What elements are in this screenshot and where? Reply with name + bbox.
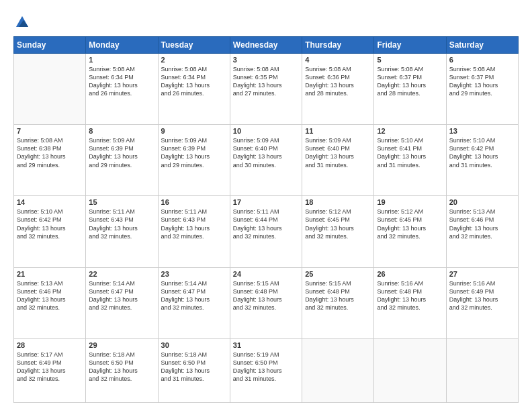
- day-number: 26: [377, 270, 443, 278]
- day-number: 1: [89, 56, 154, 64]
- calendar-cell: 17Sunrise: 5:11 AMSunset: 6:44 PMDayligh…: [230, 196, 302, 267]
- day-number: 28: [17, 341, 83, 349]
- day-number: 25: [305, 270, 371, 278]
- day-number: 3: [233, 56, 299, 64]
- weekday-header-sunday: Sunday: [14, 37, 86, 54]
- calendar-cell: 30Sunrise: 5:18 AMSunset: 6:50 PMDayligh…: [158, 338, 230, 402]
- calendar-cell: 28Sunrise: 5:17 AMSunset: 6:49 PMDayligh…: [14, 338, 86, 402]
- day-number: 12: [377, 127, 443, 135]
- day-number: 10: [233, 127, 299, 135]
- calendar-cell: 16Sunrise: 5:11 AMSunset: 6:43 PMDayligh…: [158, 196, 230, 267]
- day-number: 31: [233, 341, 299, 349]
- day-number: 27: [449, 270, 515, 278]
- day-number: 22: [89, 270, 154, 278]
- day-number: 11: [305, 127, 371, 135]
- weekday-header-saturday: Saturday: [446, 37, 518, 54]
- calendar-cell: 18Sunrise: 5:12 AMSunset: 6:45 PMDayligh…: [302, 196, 374, 267]
- calendar-cell: 5Sunrise: 5:08 AMSunset: 6:37 PMDaylight…: [374, 54, 446, 125]
- cell-info: Sunrise: 5:09 AMSunset: 6:40 PMDaylight:…: [233, 136, 299, 169]
- calendar-cell: 21Sunrise: 5:13 AMSunset: 6:46 PMDayligh…: [14, 267, 86, 338]
- calendar-cell: 13Sunrise: 5:10 AMSunset: 6:42 PMDayligh…: [446, 125, 518, 196]
- cell-info: Sunrise: 5:15 AMSunset: 6:48 PMDaylight:…: [233, 279, 299, 312]
- day-number: 7: [17, 127, 83, 135]
- weekday-header-wednesday: Wednesday: [230, 37, 302, 54]
- day-number: 18: [305, 198, 371, 206]
- calendar-cell: 20Sunrise: 5:13 AMSunset: 6:46 PMDayligh…: [446, 196, 518, 267]
- cell-info: Sunrise: 5:16 AMSunset: 6:48 PMDaylight:…: [377, 279, 443, 312]
- cell-info: Sunrise: 5:14 AMSunset: 6:47 PMDaylight:…: [161, 279, 227, 312]
- day-number: 21: [17, 270, 83, 278]
- calendar-cell: 31Sunrise: 5:19 AMSunset: 6:50 PMDayligh…: [230, 338, 302, 402]
- cell-info: Sunrise: 5:15 AMSunset: 6:48 PMDaylight:…: [305, 279, 371, 312]
- weekday-header-friday: Friday: [374, 37, 446, 54]
- cell-info: Sunrise: 5:10 AMSunset: 6:42 PMDaylight:…: [17, 208, 83, 240]
- cell-info: Sunrise: 5:08 AMSunset: 6:36 PMDaylight:…: [305, 65, 371, 98]
- calendar-cell: 24Sunrise: 5:15 AMSunset: 6:48 PMDayligh…: [230, 267, 302, 338]
- calendar-table: SundayMondayTuesdayWednesdayThursdayFrid…: [13, 36, 519, 403]
- calendar-cell: 11Sunrise: 5:09 AMSunset: 6:40 PMDayligh…: [302, 125, 374, 196]
- calendar-cell: [302, 338, 374, 402]
- cell-info: Sunrise: 5:09 AMSunset: 6:39 PMDaylight:…: [161, 136, 227, 169]
- day-number: 14: [17, 198, 83, 206]
- day-number: 2: [161, 56, 227, 64]
- day-number: 13: [449, 127, 515, 135]
- cell-info: Sunrise: 5:11 AMSunset: 6:44 PMDaylight:…: [233, 208, 299, 240]
- day-number: 4: [305, 56, 371, 64]
- cell-info: Sunrise: 5:18 AMSunset: 6:50 PMDaylight:…: [89, 351, 154, 383]
- cell-info: Sunrise: 5:14 AMSunset: 6:47 PMDaylight:…: [89, 279, 154, 312]
- calendar-cell: 22Sunrise: 5:14 AMSunset: 6:47 PMDayligh…: [86, 267, 158, 338]
- calendar-cell: 23Sunrise: 5:14 AMSunset: 6:47 PMDayligh…: [158, 267, 230, 338]
- cell-info: Sunrise: 5:09 AMSunset: 6:39 PMDaylight:…: [89, 136, 154, 169]
- cell-info: Sunrise: 5:12 AMSunset: 6:45 PMDaylight:…: [377, 208, 443, 240]
- cell-info: Sunrise: 5:09 AMSunset: 6:40 PMDaylight:…: [305, 136, 371, 169]
- calendar-week-5: 28Sunrise: 5:17 AMSunset: 6:49 PMDayligh…: [14, 338, 519, 402]
- cell-info: Sunrise: 5:16 AMSunset: 6:49 PMDaylight:…: [449, 279, 515, 312]
- logo-icon: [15, 15, 30, 30]
- day-number: 24: [233, 270, 299, 278]
- calendar-cell: [446, 338, 518, 402]
- cell-info: Sunrise: 5:18 AMSunset: 6:50 PMDaylight:…: [161, 351, 227, 383]
- day-number: 17: [233, 198, 299, 206]
- day-number: 30: [161, 341, 227, 349]
- day-number: 23: [161, 270, 227, 278]
- cell-info: Sunrise: 5:08 AMSunset: 6:38 PMDaylight:…: [17, 136, 83, 169]
- calendar-cell: 2Sunrise: 5:08 AMSunset: 6:34 PMDaylight…: [158, 54, 230, 125]
- cell-info: Sunrise: 5:13 AMSunset: 6:46 PMDaylight:…: [17, 279, 83, 312]
- day-number: 15: [89, 198, 154, 206]
- cell-info: Sunrise: 5:12 AMSunset: 6:45 PMDaylight:…: [305, 208, 371, 240]
- calendar-cell: 15Sunrise: 5:11 AMSunset: 6:43 PMDayligh…: [86, 196, 158, 267]
- day-number: 29: [89, 341, 154, 349]
- calendar-week-1: 1Sunrise: 5:08 AMSunset: 6:34 PMDaylight…: [14, 54, 519, 125]
- day-number: 20: [449, 198, 515, 206]
- cell-info: Sunrise: 5:13 AMSunset: 6:46 PMDaylight:…: [449, 208, 515, 240]
- page: SundayMondayTuesdayWednesdayThursdayFrid…: [0, 0, 532, 411]
- logo: [13, 15, 30, 30]
- calendar-cell: [14, 54, 86, 125]
- day-number: 9: [161, 127, 227, 135]
- calendar-week-4: 21Sunrise: 5:13 AMSunset: 6:46 PMDayligh…: [14, 267, 519, 338]
- calendar-cell: 8Sunrise: 5:09 AMSunset: 6:39 PMDaylight…: [86, 125, 158, 196]
- calendar-cell: 1Sunrise: 5:08 AMSunset: 6:34 PMDaylight…: [86, 54, 158, 125]
- calendar-cell: 4Sunrise: 5:08 AMSunset: 6:36 PMDaylight…: [302, 54, 374, 125]
- cell-info: Sunrise: 5:08 AMSunset: 6:35 PMDaylight:…: [233, 65, 299, 98]
- calendar-week-3: 14Sunrise: 5:10 AMSunset: 6:42 PMDayligh…: [14, 196, 519, 267]
- calendar-cell: 29Sunrise: 5:18 AMSunset: 6:50 PMDayligh…: [86, 338, 158, 402]
- weekday-header-monday: Monday: [86, 37, 158, 54]
- day-number: 8: [89, 127, 154, 135]
- day-number: 6: [449, 56, 515, 64]
- cell-info: Sunrise: 5:11 AMSunset: 6:43 PMDaylight:…: [161, 208, 227, 240]
- calendar-cell: 25Sunrise: 5:15 AMSunset: 6:48 PMDayligh…: [302, 267, 374, 338]
- calendar-cell: [374, 338, 446, 402]
- calendar-cell: 9Sunrise: 5:09 AMSunset: 6:39 PMDaylight…: [158, 125, 230, 196]
- calendar-cell: 27Sunrise: 5:16 AMSunset: 6:49 PMDayligh…: [446, 267, 518, 338]
- cell-info: Sunrise: 5:08 AMSunset: 6:34 PMDaylight:…: [161, 65, 227, 98]
- calendar-cell: 7Sunrise: 5:08 AMSunset: 6:38 PMDaylight…: [14, 125, 86, 196]
- calendar-cell: 19Sunrise: 5:12 AMSunset: 6:45 PMDayligh…: [374, 196, 446, 267]
- calendar-cell: 10Sunrise: 5:09 AMSunset: 6:40 PMDayligh…: [230, 125, 302, 196]
- calendar-cell: 3Sunrise: 5:08 AMSunset: 6:35 PMDaylight…: [230, 54, 302, 125]
- calendar-week-2: 7Sunrise: 5:08 AMSunset: 6:38 PMDaylight…: [14, 125, 519, 196]
- cell-info: Sunrise: 5:17 AMSunset: 6:49 PMDaylight:…: [17, 351, 83, 383]
- cell-info: Sunrise: 5:08 AMSunset: 6:34 PMDaylight:…: [89, 65, 154, 98]
- cell-info: Sunrise: 5:08 AMSunset: 6:37 PMDaylight:…: [377, 65, 443, 98]
- cell-info: Sunrise: 5:19 AMSunset: 6:50 PMDaylight:…: [233, 351, 299, 383]
